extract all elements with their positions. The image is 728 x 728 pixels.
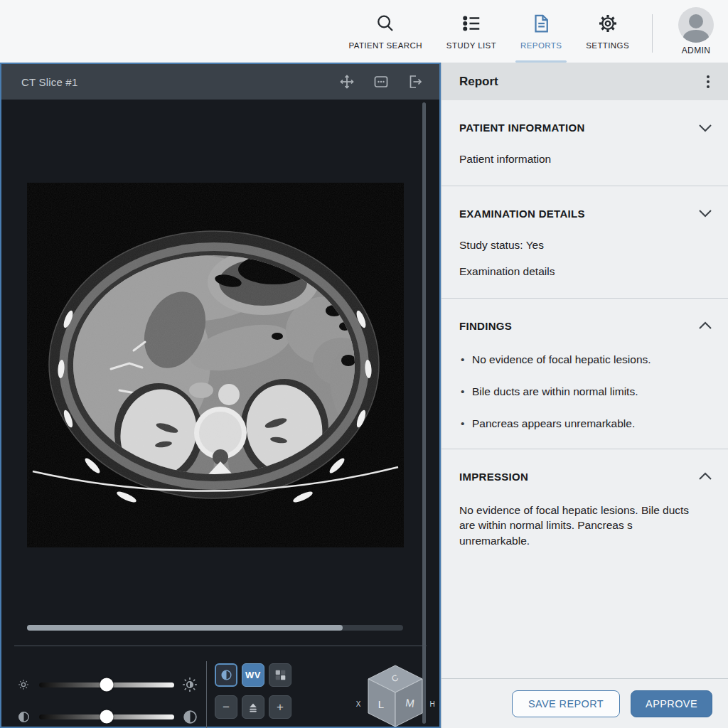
section-patient-information: PATIENT INFORMATION Patient information: [441, 100, 728, 186]
save-report-button[interactable]: SAVE REPORT: [512, 690, 620, 717]
contrast-slider-row: [14, 707, 199, 726]
finding-item: Pancreas appears unremarkable.: [459, 417, 712, 430]
nav-reports[interactable]: REPORTS: [519, 0, 563, 63]
section-examination-details: EXAMINATION DETAILS Study status: Yes Ex…: [441, 186, 728, 299]
kebab-menu-icon[interactable]: [702, 71, 714, 92]
nav-patient-search[interactable]: PATIENT SEARCH: [347, 0, 423, 63]
avatar: [678, 7, 714, 43]
top-nav-bar: PATIENT SEARCH STUDY LIST REPORTS: [0, 0, 728, 63]
report-sections: PATIENT INFORMATION Patient information …: [441, 100, 728, 678]
nav-patient-search-label: PATIENT SEARCH: [348, 41, 422, 50]
finding-item: No evidence of focal hepatic lesions.: [459, 353, 712, 366]
viewport-title: CT Slice #1: [21, 76, 77, 88]
study-status-line: Study status: Yes: [459, 238, 712, 253]
findings-header[interactable]: FINDINGS: [459, 320, 712, 332]
chevron-down-icon: [698, 209, 712, 218]
viewport-header: CT Slice #1: [1, 64, 439, 100]
nav-reports-label: REPORTS: [520, 41, 562, 50]
invert-contrast-button[interactable]: [215, 663, 237, 687]
svg-text:M: M: [405, 696, 415, 710]
slice-scrollbar-fill: [27, 625, 343, 631]
nav-study-list-label: STUDY LIST: [446, 41, 496, 50]
nav-study-list[interactable]: STUDY LIST: [445, 0, 498, 63]
chevron-up-icon: [698, 321, 712, 330]
patient-information-body: Patient information: [459, 152, 712, 167]
window-level-button[interactable]: WV: [242, 663, 264, 687]
contrast-high-icon: [181, 710, 199, 724]
contrast-slider[interactable]: [39, 714, 174, 719]
brightness-low-icon: [14, 679, 33, 690]
brightness-slider-row: [14, 675, 199, 694]
svg-text:L: L: [378, 698, 384, 710]
avatar-person-icon: [689, 14, 703, 28]
zoom-in-button[interactable]: +: [269, 695, 291, 719]
patient-information-heading: PATIENT INFORMATION: [459, 122, 585, 134]
export-viewport-icon[interactable]: [407, 73, 424, 90]
findings-list: No evidence of focal hepatic lesions. Bi…: [459, 353, 712, 430]
report-panel: Report PATIENT INFORMATION Patient infor…: [441, 63, 728, 728]
layout-grid-button[interactable]: [269, 663, 291, 687]
viewer-vertical-scrollbar[interactable]: [422, 102, 426, 724]
more-options-icon[interactable]: [373, 73, 390, 90]
approve-button[interactable]: APPROVE: [631, 690, 712, 717]
examination-details-heading: EXAMINATION DETAILS: [459, 208, 585, 220]
contrast-slider-thumb[interactable]: [100, 710, 114, 724]
impression-heading: IMPRESSION: [459, 471, 528, 483]
contrast-low-icon: [14, 711, 33, 723]
orientation-cube[interactable]: C L M X H W: [351, 658, 439, 728]
zoom-out-button[interactable]: −: [215, 695, 237, 719]
gear-icon: [597, 13, 619, 37]
chevron-down-icon: [698, 124, 712, 132]
section-impression: IMPRESSION No evidence of focal hepatic …: [441, 449, 728, 567]
brightness-slider-thumb[interactable]: [100, 678, 114, 692]
slice-scrollbar[interactable]: [27, 625, 403, 631]
section-findings: FINDINGS No evidence of focal hepatic le…: [441, 299, 728, 449]
search-icon: [375, 13, 396, 37]
top-nav: PATIENT SEARCH STUDY LIST REPORTS: [347, 0, 718, 63]
report-panel-header: Report: [441, 63, 728, 100]
controls-vertical-divider: [206, 661, 207, 728]
document-icon: [530, 13, 552, 37]
admin-label: ADMIN: [682, 46, 711, 55]
findings-heading: FINDINGS: [459, 320, 512, 332]
brightness-slider[interactable]: [39, 682, 174, 687]
svg-text:H: H: [429, 700, 434, 708]
reset-view-button[interactable]: [242, 695, 264, 719]
patient-information-header[interactable]: PATIENT INFORMATION: [459, 122, 712, 134]
impression-body: No evidence of focal hepatic lesions. Bi…: [459, 503, 712, 548]
nav-divider: [652, 14, 653, 53]
brightness-high-icon: [181, 677, 199, 692]
examination-details-body: Examination details: [459, 264, 712, 279]
ct-axial-slice-image[interactable]: [27, 183, 404, 547]
report-panel-title: Report: [459, 75, 498, 89]
chevron-up-icon: [698, 472, 712, 481]
controls-divider: [14, 646, 427, 646]
admin-user-menu[interactable]: ADMIN: [674, 0, 718, 63]
examination-details-header[interactable]: EXAMINATION DETAILS: [459, 208, 712, 220]
svg-text:X: X: [356, 700, 361, 708]
nav-settings[interactable]: SETTINGS: [584, 0, 631, 63]
study-list-icon: [461, 13, 482, 37]
report-actions-bar: SAVE REPORT APPROVE: [441, 678, 728, 728]
viewer-controls: WV − +: [1, 653, 439, 727]
ct-viewport-panel: CT Slice #1: [0, 63, 441, 728]
pan-tool-icon[interactable]: [338, 73, 355, 90]
nav-settings-label: SETTINGS: [586, 41, 629, 50]
impression-header[interactable]: IMPRESSION: [459, 471, 712, 483]
finding-item: Bile ducts are within normal limits.: [459, 385, 712, 398]
